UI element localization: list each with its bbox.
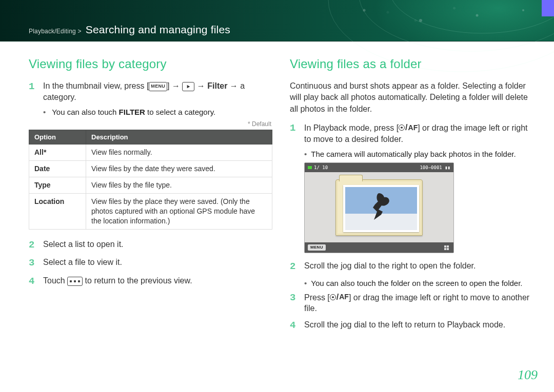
breadcrumb-path: Playback/Editing > — [29, 28, 82, 35]
table-row: DateView files by the date they were sav… — [29, 161, 272, 177]
step-number: 4 — [29, 275, 38, 288]
step-number: 4 — [290, 319, 299, 333]
camera-screen-mock: 1/ 10 100−0001 ▮▮ MENU — [304, 162, 454, 253]
th-desc: Description — [86, 130, 272, 145]
step-number: 3 — [290, 292, 299, 314]
table-row: LocationView files by the place they wer… — [29, 193, 272, 229]
breadcrumb-title: Searching and managing files — [86, 24, 230, 35]
default-note: * Default — [29, 120, 271, 128]
screen-thumbs-icon — [444, 245, 450, 250]
svg-marker-11 — [187, 85, 190, 88]
right-intro: Continuous and burst shots appear as a f… — [290, 80, 533, 115]
table-row: All*View files normally. — [29, 145, 272, 161]
focus-af-icon: /AF — [399, 122, 418, 133]
svg-point-2 — [390, 0, 554, 33]
screen-menu-button: MENU — [308, 244, 326, 251]
svg-point-8 — [476, 14, 479, 17]
table-row: TypeView files by the file type. — [29, 177, 272, 193]
folder-icon — [335, 179, 423, 236]
step-number: 1 — [290, 122, 299, 145]
grid-icon — [67, 277, 83, 286]
screen-count: 1/ 10 — [308, 165, 328, 170]
step-number: 2 — [29, 239, 38, 252]
left-sub-1: You can also touch FILTER to select a ca… — [43, 108, 272, 116]
left-heading: Viewing files by category — [29, 57, 272, 71]
svg-point-10 — [522, 9, 524, 11]
left-column: Viewing files by category 1 In the thumb… — [29, 57, 272, 337]
step-number: 2 — [290, 260, 299, 274]
record-indicator-icon — [308, 166, 312, 169]
screen-code: 100−0001 ▮▮ — [420, 165, 450, 170]
left-step-2: 2 Select a list to open it. — [29, 239, 272, 252]
right-sub-2: You can also touch the folder on the scr… — [304, 279, 533, 287]
options-table: OptionDescription All*View files normall… — [29, 130, 272, 229]
svg-point-6 — [419, 19, 422, 22]
page-header: Playback/Editing > Searching and managin… — [0, 0, 554, 42]
right-step-2: 2 Scroll the jog dial to the right to op… — [290, 260, 533, 274]
left-step-4: 4 Touch to return to the previous view. — [29, 275, 272, 288]
tab-marker — [542, 0, 554, 16]
right-column: Viewing files as a folder Continuous and… — [290, 57, 533, 337]
left-step-3: 3 Select a file to view it. — [29, 257, 272, 270]
right-heading: Viewing files as a folder — [290, 57, 533, 71]
page-number: 109 — [518, 367, 538, 383]
right-step-4: 4 Scroll the jog dial to the left to ret… — [290, 319, 533, 333]
step-number: 1 — [29, 80, 38, 102]
playback-icon — [182, 82, 194, 91]
th-option: Option — [29, 130, 86, 145]
focus-af-icon: /AF — [330, 292, 349, 303]
menu-icon: MENU — [149, 82, 167, 91]
breadcrumb: Playback/Editing > Searching and managin… — [29, 24, 230, 36]
svg-point-4 — [363, 9, 366, 12]
step-number: 3 — [29, 257, 38, 270]
right-sub-1: The camera will automatically play back … — [304, 150, 533, 158]
right-step-1: 1 In Playback mode, press [/AF] or drag … — [290, 122, 533, 145]
folder-photo — [343, 185, 419, 232]
right-step-3: 3 Press [/AF] or drag the image left or … — [290, 292, 533, 314]
left-step-1: 1 In the thumbnail view, press [MENU] → … — [29, 80, 272, 102]
